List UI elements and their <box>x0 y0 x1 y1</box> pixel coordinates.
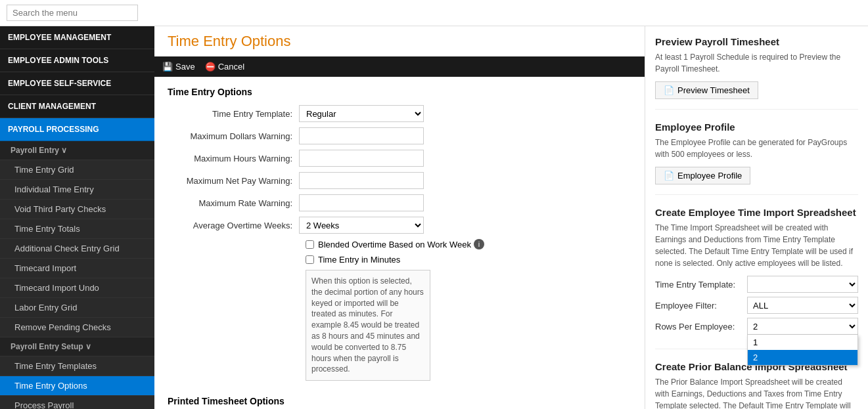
time-entry-options-title: Time Entry Options <box>168 87 631 97</box>
time-in-minutes-hint: When this option is selected, the decima… <box>306 270 430 381</box>
employee-profile-text: The Employee Profile can be generated fo… <box>655 137 858 160</box>
employee-profile-section: Employee Profile The Employee Profile ca… <box>655 121 858 195</box>
time-entry-template-select[interactable]: Regular <box>299 105 424 122</box>
sidebar-item-payroll-processing[interactable]: PAYROLL PROCESSING <box>0 118 154 141</box>
employee-profile-label: Employee Profile <box>677 171 742 181</box>
page-title: Time Entry Options <box>154 26 645 56</box>
preview-timesheet-title: Preview Payroll Timesheet <box>655 36 858 47</box>
cancel-label: Cancel <box>218 62 244 72</box>
document-icon: 📄 <box>664 85 674 95</box>
sidebar-item-process-payroll[interactable]: Process Payroll <box>0 396 154 409</box>
max-rate-input[interactable] <box>299 194 424 211</box>
rows-per-employee-label: Rows Per Employee: <box>655 322 747 332</box>
max-hours-input[interactable] <box>299 150 424 167</box>
time-import-template-select[interactable] <box>747 276 858 293</box>
prior-balance-section: Create Prior Balance Import Spreadsheet … <box>655 361 858 409</box>
max-rate-label: Maximum Rate Warning: <box>168 198 299 208</box>
time-entry-template-label: Time Entry Template: <box>168 109 299 119</box>
printed-timesheet-section: Printed Timesheet Options Timesheet Rate… <box>154 396 645 409</box>
sidebar-item-remove-pending-checks[interactable]: Remove Pending Checks <box>0 318 154 337</box>
main-layout: EMPLOYEE MANAGEMENT EMPLOYEE ADMIN TOOLS… <box>0 26 868 409</box>
content-area: Time Entry Options 💾 Save ⛔ Cancel Time … <box>154 26 645 409</box>
sidebar-item-employee-admin-tools[interactable]: EMPLOYEE ADMIN TOOLS <box>0 49 154 72</box>
preview-timesheet-section: Preview Payroll Timesheet At least 1 Pay… <box>655 36 858 110</box>
preview-timesheet-text: At least 1 Payroll Schedule is required … <box>655 51 858 75</box>
employee-profile-title: Employee Profile <box>655 121 858 133</box>
sidebar-item-timecard-import[interactable]: Timecard Import <box>0 259 154 278</box>
blended-overtime-row: Blended Overtime Based on Work Week i <box>168 239 631 249</box>
rows-option-2[interactable]: 2 <box>748 350 857 365</box>
preview-timesheet-button[interactable]: 📄 Preview Timesheet <box>655 81 758 99</box>
max-dollars-label: Maximum Dollars Warning: <box>168 131 299 141</box>
rows-dropdown-list: 1 2 <box>747 335 858 366</box>
sidebar-item-time-entry-grid[interactable]: Time Entry Grid <box>0 160 154 180</box>
toolbar: 💾 Save ⛔ Cancel <box>154 56 645 77</box>
max-rate-row: Maximum Rate Warning: <box>168 194 631 211</box>
sidebar-payroll-entry-header[interactable]: Payroll Entry ∨ <box>0 141 154 160</box>
sidebar-item-individual-time-entry[interactable]: Individual Time Entry <box>0 180 154 200</box>
employee-filter-row: Employee Filter: ALL <box>655 297 858 314</box>
sidebar-item-client-management[interactable]: CLIENT MANAGEMENT <box>0 95 154 118</box>
cancel-button[interactable]: ⛔ Cancel <box>205 62 244 72</box>
sidebar-item-employee-management[interactable]: EMPLOYEE MANAGEMENT <box>0 26 154 49</box>
max-hours-row: Maximum Hours Warning: <box>168 150 631 167</box>
time-import-title: Create Employee Time Import Spreadsheet <box>655 207 858 218</box>
cancel-icon: ⛔ <box>205 62 216 72</box>
save-icon: 💾 <box>162 62 173 72</box>
sidebar-item-time-entry-totals[interactable]: Time Entry Totals <box>0 219 154 239</box>
save-label: Save <box>175 62 195 72</box>
sidebar-item-void-third-party-checks[interactable]: Void Third Party Checks <box>0 200 154 219</box>
save-button[interactable]: 💾 Save <box>162 62 195 72</box>
max-dollars-row: Maximum Dollars Warning: <box>168 127 631 144</box>
top-search-bar <box>0 0 868 26</box>
printed-timesheet-title: Printed Timesheet Options <box>168 396 631 406</box>
max-dollars-input[interactable] <box>299 127 424 144</box>
time-import-section: Create Employee Time Import Spreadsheet … <box>655 207 858 349</box>
sidebar-payroll-submenu: Payroll Entry ∨ Time Entry Grid Individu… <box>0 141 154 409</box>
rows-per-employee-row: Rows Per Employee: 1 2 1 2 <box>655 318 858 335</box>
time-entry-template-row: Time Entry Template: Regular <box>168 105 631 122</box>
search-input[interactable] <box>7 5 138 21</box>
avg-overtime-label: Average Overtime Weeks: <box>168 221 299 230</box>
time-import-text: The Time Import Spreadsheet will be crea… <box>655 222 858 269</box>
preview-timesheet-label: Preview Timesheet <box>677 85 750 95</box>
prior-balance-text: The Prior Balance Import Spreadsheet wil… <box>655 376 858 409</box>
sidebar-item-time-entry-options[interactable]: Time Entry Options <box>0 376 154 396</box>
rows-per-employee-select[interactable]: 1 2 <box>747 318 858 335</box>
time-entry-minutes-label: Time Entry in Minutes <box>318 255 400 265</box>
time-entry-minutes-row: Time Entry in Minutes <box>168 255 631 265</box>
max-net-pay-label: Maximum Net Pay Warning: <box>168 176 299 186</box>
max-hours-label: Maximum Hours Warning: <box>168 154 299 163</box>
avg-overtime-select[interactable]: 2 Weeks <box>299 217 424 234</box>
avg-overtime-row: Average Overtime Weeks: 2 Weeks <box>168 217 631 234</box>
blended-overtime-checkbox[interactable] <box>306 240 314 249</box>
sidebar-item-time-entry-templates[interactable]: Time Entry Templates <box>0 356 154 376</box>
right-panel: Preview Payroll Timesheet At least 1 Pay… <box>645 26 868 409</box>
employee-filter-label: Employee Filter: <box>655 301 747 311</box>
sidebar-payroll-setup-header[interactable]: Payroll Entry Setup ∨ <box>0 337 154 356</box>
time-import-template-row: Time Entry Template: <box>655 276 858 293</box>
blended-overtime-label: Blended Overtime Based on Work Week <box>318 240 471 249</box>
sidebar-item-labor-entry-grid[interactable]: Labor Entry Grid <box>0 298 154 318</box>
sidebar-item-timecard-import-undo[interactable]: Timecard Import Undo <box>0 278 154 298</box>
info-icon[interactable]: i <box>474 239 484 249</box>
document-icon-2: 📄 <box>664 171 674 181</box>
max-net-pay-input[interactable] <box>299 172 424 189</box>
time-entry-minutes-checkbox[interactable] <box>306 255 314 264</box>
time-entry-options-section: Time Entry Options Time Entry Template: … <box>154 77 645 396</box>
employee-profile-button[interactable]: 📄 Employee Profile <box>655 167 750 184</box>
sidebar-item-additional-check-entry-grid[interactable]: Additional Check Entry Grid <box>0 239 154 259</box>
sidebar: EMPLOYEE MANAGEMENT EMPLOYEE ADMIN TOOLS… <box>0 26 154 409</box>
rows-option-1[interactable]: 1 <box>748 335 857 350</box>
max-net-pay-row: Maximum Net Pay Warning: <box>168 172 631 189</box>
sidebar-item-employee-self-service[interactable]: EMPLOYEE SELF-SERVICE <box>0 72 154 95</box>
employee-filter-select[interactable]: ALL <box>747 297 858 314</box>
time-import-template-label: Time Entry Template: <box>655 280 747 290</box>
